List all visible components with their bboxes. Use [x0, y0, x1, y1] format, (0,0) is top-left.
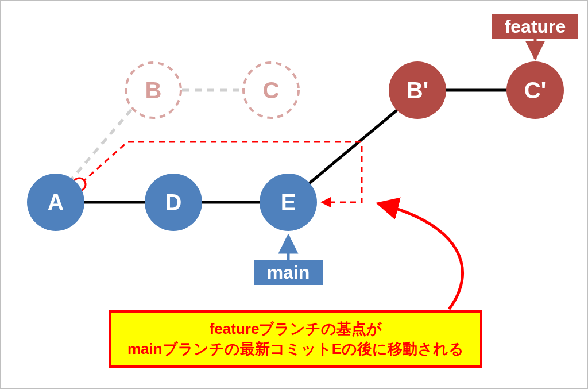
callout-text: featureブランチの基点が mainブランチの最新コミットEの後に移動される	[127, 319, 464, 359]
edge-e-bp	[307, 107, 400, 185]
commit-c-ghost-label: C	[263, 78, 280, 103]
rebase-path	[82, 142, 362, 202]
commit-cp-label: C'	[524, 78, 546, 103]
commit-d-label: D	[165, 190, 182, 215]
callout-line1: featureブランチの基点が	[210, 320, 382, 337]
callout-line2: mainブランチの最新コミットEの後に移動される	[127, 340, 464, 357]
callout-arrow	[380, 204, 463, 309]
feature-branch-label: feature	[505, 16, 566, 37]
commit-bp-label: B'	[407, 78, 428, 103]
diagram-frame: A D E B C B' C' feature main featureブランチ…	[0, 0, 588, 389]
commit-a-label: A	[48, 190, 64, 215]
commit-e-label: E	[281, 190, 296, 215]
main-branch-label: main	[267, 262, 310, 283]
commit-b-ghost-label: B	[145, 78, 162, 103]
callout-box: featureブランチの基点が mainブランチの最新コミットEの後に移動される	[109, 310, 482, 368]
